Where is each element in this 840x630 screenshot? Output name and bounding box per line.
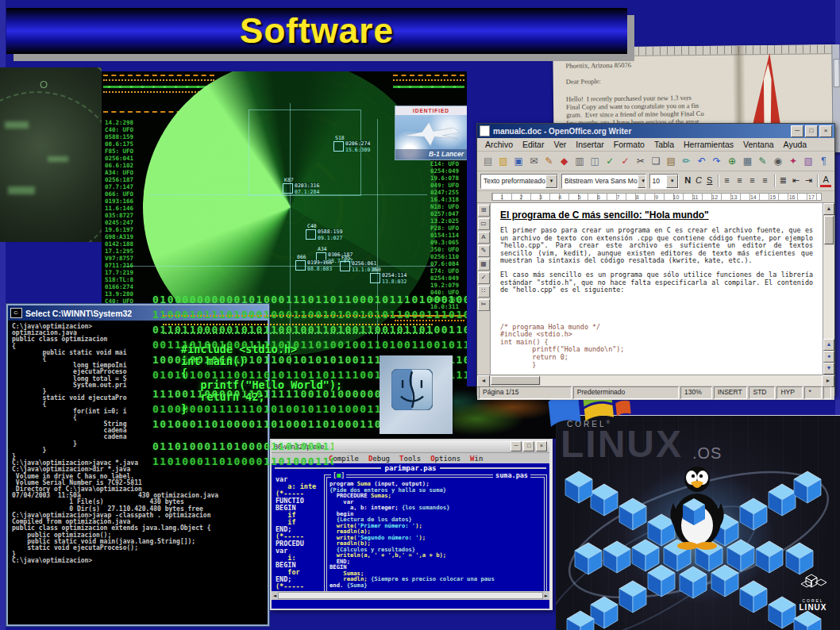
- writer-document-area: ⊞▭A✎▦✓∷✂ El programa de C más sencillo: …: [477, 203, 834, 375]
- align-button[interactable]: ≡: [734, 175, 746, 187]
- main-toolbar-icon[interactable]: ▭: [478, 218, 490, 230]
- scroll-up-icon[interactable]: ▲: [823, 203, 834, 215]
- window-close-box[interactable]: [■]: [331, 471, 346, 479]
- b1-lancer-label: B-1 Lancer: [395, 149, 467, 159]
- main-toolbar-icon[interactable]: ✓: [478, 272, 490, 284]
- find-replace-icon[interactable]: ◉: [770, 154, 785, 169]
- menu-item[interactable]: Formato: [609, 140, 649, 149]
- status-insert-mode[interactable]: INSERT: [714, 386, 748, 399]
- cut-icon[interactable]: ✂: [633, 154, 648, 169]
- list-indent-button[interactable]: ⇤: [789, 175, 802, 187]
- new-document-icon[interactable]: ▤: [480, 154, 495, 169]
- scope-marking: O: [40, 79, 48, 90]
- chevron-down-icon[interactable]: ▼: [666, 175, 678, 188]
- align-button[interactable]: ≡: [759, 175, 772, 187]
- menu-item[interactable]: Win: [470, 455, 483, 463]
- bold-button[interactable]: N: [682, 175, 693, 187]
- minimize-button[interactable]: ─: [791, 125, 803, 137]
- hyperlink-icon[interactable]: ⊕: [725, 154, 740, 169]
- maximize-button[interactable]: □: [805, 125, 818, 137]
- writer-ruler[interactable]: 1234567891011121314151617: [477, 191, 834, 203]
- menu-item[interactable]: Insertar: [571, 140, 609, 149]
- spellcheck-icon[interactable]: ✓: [603, 154, 618, 169]
- binary-code-block: 0110100011010000110100011110100011010000…: [152, 439, 333, 470]
- italic-button[interactable]: C: [693, 175, 704, 187]
- main-toolbar-icon[interactable]: ⊞: [478, 205, 490, 217]
- chevron-down-icon[interactable]: ▼: [638, 175, 646, 188]
- previous-page-button[interactable]: ▲: [823, 339, 834, 351]
- maximize-button[interactable]: □: [523, 441, 534, 451]
- scroll-left-icon[interactable]: ◄: [477, 375, 490, 387]
- writer-title-bar[interactable]: manualc.doc - OpenOffice.org Writer ─ □ …: [477, 124, 834, 138]
- pascal-code: program Suma (input, output);{Pide dos e…: [329, 481, 544, 588]
- underline-button[interactable]: S: [704, 175, 715, 187]
- document-page[interactable]: El programa de C más sencillo: "Hola mun…: [491, 203, 823, 375]
- font-size-combo[interactable]: 10 ▼: [649, 174, 680, 189]
- status-zoom[interactable]: 130%: [680, 386, 712, 399]
- insert-table-icon[interactable]: ▦: [740, 154, 755, 169]
- pascal-horizontal-scrollbar[interactable]: ◄ ►: [272, 591, 549, 600]
- status-selection-mode[interactable]: STD: [749, 386, 775, 399]
- menu-item[interactable]: Ventana: [738, 140, 779, 149]
- align-button[interactable]: ≡: [746, 175, 759, 187]
- menu-item[interactable]: Herramientas: [679, 140, 738, 149]
- menu-item[interactable]: Editar: [518, 140, 549, 149]
- menu-item[interactable]: Ver: [549, 140, 571, 149]
- copy-icon[interactable]: ❏: [648, 154, 663, 169]
- undo-icon[interactable]: ↶: [694, 154, 709, 169]
- scroll-right-icon[interactable]: ►: [545, 593, 548, 599]
- menu-item[interactable]: Debug: [368, 455, 390, 463]
- font-color-button[interactable]: A: [820, 175, 831, 187]
- auto-spellcheck-icon[interactable]: ✓: [618, 154, 633, 169]
- main-toolbar-icon[interactable]: A: [478, 232, 490, 244]
- edit-file-icon[interactable]: ✎: [541, 154, 557, 169]
- main-toolbar-icon[interactable]: ∷: [478, 286, 490, 298]
- scroll-right-icon[interactable]: ►: [822, 375, 834, 387]
- open-icon[interactable]: ▨: [495, 154, 511, 169]
- close-button[interactable]: ×: [819, 125, 832, 137]
- scrollbar-thumb[interactable]: [491, 376, 540, 385]
- status-page-style[interactable]: Predeterminado: [573, 386, 679, 399]
- show-draw-functions-icon[interactable]: ✎: [755, 154, 770, 169]
- paste-icon[interactable]: ▤: [664, 154, 679, 169]
- list-indent-button[interactable]: ≣: [776, 175, 789, 187]
- navigator-icon[interactable]: ✦: [785, 154, 800, 169]
- print-icon[interactable]: ▥: [572, 154, 587, 169]
- list-indent-button[interactable]: ⇥: [802, 175, 815, 187]
- identified-label: IDENTIFIED: [395, 106, 467, 115]
- menu-item[interactable]: Tabla: [649, 140, 679, 149]
- gallery-icon[interactable]: ▧: [801, 154, 816, 169]
- menu-item[interactable]: Archivo: [480, 140, 518, 149]
- next-page-button[interactable]: ▼: [823, 363, 834, 375]
- nonprinting-characters-icon[interactable]: ¶: [816, 154, 831, 169]
- main-toolbar-icon[interactable]: ▦: [478, 259, 490, 271]
- nav-dot-button[interactable]: ●: [823, 351, 834, 363]
- scrollbar-thumb[interactable]: [824, 216, 834, 244]
- paragraph-style-combo[interactable]: Texto preformateado ▼: [480, 174, 558, 189]
- writer-app-icon: [480, 125, 490, 136]
- list-indent-buttons: ≣⇤⇥: [776, 175, 815, 187]
- main-toolbar-icon[interactable]: ✎: [478, 245, 490, 257]
- font-name-combo[interactable]: Bitstream Vera Sans Mo ▼: [561, 174, 646, 189]
- save-icon[interactable]: ▣: [511, 154, 526, 169]
- menu-item[interactable]: Options: [430, 455, 460, 463]
- email-icon[interactable]: ✉: [526, 154, 541, 169]
- title-banner: Software: [6, 8, 627, 54]
- status-hyperlink-mode[interactable]: HYP: [776, 386, 803, 399]
- b1-lancer-inset: IDENTIFIED B-1 Lancer: [395, 106, 467, 160]
- export-pdf-icon[interactable]: ◆: [557, 154, 572, 169]
- scroll-left-icon[interactable]: ◄: [273, 593, 276, 599]
- minimize-button[interactable]: ─: [511, 441, 522, 451]
- main-toolbar-icon[interactable]: ✂: [478, 299, 490, 311]
- horizontal-scrollbar[interactable]: ◄ ►: [477, 375, 834, 386]
- redo-icon[interactable]: ↷: [709, 154, 724, 169]
- format-paintbrush-icon[interactable]: ✏: [679, 154, 694, 169]
- page-preview-icon[interactable]: ◫: [588, 154, 603, 169]
- ruler-number: 11: [686, 194, 705, 200]
- menu-item[interactable]: Ayuda: [779, 140, 812, 149]
- close-button[interactable]: ×: [536, 441, 547, 451]
- chevron-down-icon[interactable]: ▼: [545, 175, 557, 188]
- vertical-scrollbar[interactable]: ▲ ▲ ● ▼: [823, 203, 834, 375]
- align-button[interactable]: ≡: [721, 175, 734, 187]
- menu-item[interactable]: Tools: [399, 455, 421, 463]
